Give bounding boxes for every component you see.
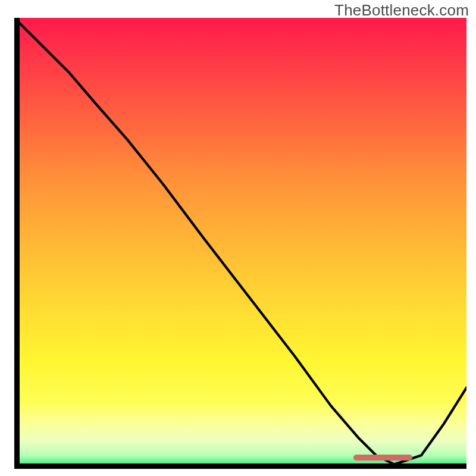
watermark-text: TheBottleneck.com [334, 1, 469, 20]
plot-area [14, 18, 466, 469]
bottleneck-curve [14, 18, 466, 469]
minimum-marker [353, 455, 412, 461]
